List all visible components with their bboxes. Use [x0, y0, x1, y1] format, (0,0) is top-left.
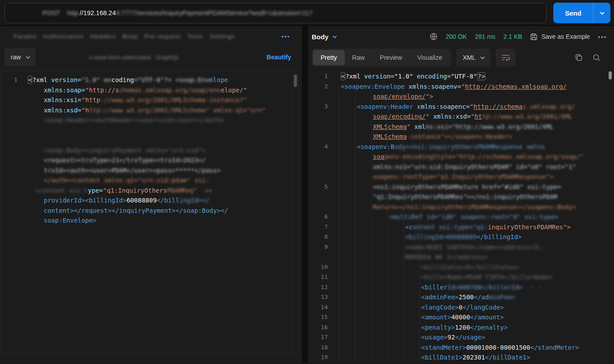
line-number [0, 195, 17, 206]
code-line[interactable]: trxId><auth><user>PDAM</user><pass>*****… [0, 165, 298, 176]
code-line: soapenc:rootType="q1:InquiryOthersPDAMRe… [312, 172, 614, 182]
editor-scrollbar[interactable] [294, 74, 297, 87]
code-line[interactable]: content></request></inquiryPayment></soa… [0, 206, 298, 216]
line-number: 12 [312, 282, 328, 293]
request-more-icon[interactable]: ••• [281, 33, 290, 40]
line-number: 16 [312, 323, 328, 333]
save-as-example-button[interactable]: Save as Example [530, 33, 590, 41]
line-number [312, 152, 328, 162]
code-line[interactable]: providerId><billingId>60088809</billingI… [0, 195, 298, 206]
send-button-group: Send [553, 3, 610, 23]
code-line: xmlns:ns1="urn:sid:InquiryOthersPDAM" id… [312, 162, 614, 172]
chevron-down-icon [480, 55, 485, 59]
code-line[interactable]: soap:Envelope> [0, 215, 298, 226]
chevron-down-icon [600, 10, 604, 15]
tab-raw[interactable]: Raw [345, 50, 372, 65]
code-line: 1<?xml version="1.0" encoding="UTF-8"?> [312, 71, 614, 82]
url-path-garbled: 4:7777/services/InquiryPaymentPDAMServic… [116, 9, 313, 17]
code-line: 15<amount>40000</amount> [312, 312, 614, 323]
panel-divider[interactable] [302, 26, 308, 363]
send-button[interactable]: Send [553, 3, 593, 23]
line-number: 19 [312, 352, 328, 363]
code-line: MERDEKA NO 1</address> [312, 252, 614, 262]
request-tabs-garbled[interactable]: Params Authorization Headers Body Pre-re… [13, 33, 235, 40]
line-number [0, 215, 17, 226]
code-line[interactable]: </auth><content xmlns:q1="urn:sid:pdam" … [0, 175, 298, 186]
body-type-row: raw x-www-form-urlencoded GraphQL Beauti… [0, 46, 302, 68]
line-number: 2 [312, 82, 328, 92]
line-number: 10 [312, 262, 328, 273]
code-line[interactable]: xmlns:soap="http://schemas.xmlsoap.org/s… [0, 85, 298, 95]
indent-guide [403, 89, 404, 363]
request-bar: POST http: //192.168.24 4:7777/services/… [0, 0, 614, 26]
line-number: 13 [312, 292, 328, 302]
code-line[interactable]: 1<?xml version="1.0" encoding="UTF-8"?> … [0, 75, 298, 85]
line-number [312, 192, 328, 202]
api-client-window: POST http: //192.168.24 4:7777/services/… [0, 0, 614, 364]
response-toolbar: PrettyRawPreviewVisualize XML [308, 47, 614, 68]
line-number [0, 175, 17, 186]
line-number: 5 [312, 182, 328, 192]
code-line: 13<adminFee>2500</adminFee> [312, 292, 614, 302]
code-line[interactable]: <soap:Body><inquiryPayment xmlns="urn:si… [0, 145, 298, 156]
tab-preview[interactable]: Preview [372, 50, 410, 65]
code-line[interactable] [0, 125, 298, 136]
line-number [0, 105, 17, 116]
line-number [312, 162, 328, 172]
line-number [0, 165, 17, 176]
body-type-value: raw [11, 54, 21, 61]
code-line: 6<multiRef id="id0" soapenc:root="0" xsi… [312, 212, 614, 222]
line-number [0, 155, 17, 165]
search-icon[interactable] [593, 54, 601, 62]
url-scheme-garbled: http: [67, 9, 79, 17]
code-line: 16<penalty>1200</penalty> [312, 323, 614, 333]
response-format-select[interactable]: XML [456, 49, 490, 66]
code-line: 11<billerName>PDAM TIRTA</billerName> [312, 272, 614, 282]
code-line: 8<billingId>60088809</billingId> [312, 232, 614, 242]
code-line: 14<langCode>0</langCode> [312, 302, 614, 313]
tab-pretty[interactable]: Pretty [313, 50, 345, 65]
code-line: "q1:InquiryOthersPDAMRes"></ns1:inquiryO… [312, 192, 614, 202]
response-body-label: Body [312, 33, 329, 41]
code-line[interactable]: <soap:Header><AuthHeader><user>sid</user… [0, 115, 298, 125]
wrap-lines-button[interactable] [496, 49, 515, 66]
code-line[interactable]: xmlns:xsd="http://www.w3.org/2001/XMLSch… [0, 105, 298, 116]
code-line[interactable] [0, 135, 298, 145]
save-icon [530, 33, 538, 41]
code-line: 12<billerId>600788</billerId> · · [312, 282, 614, 293]
indent-guide [371, 89, 372, 363]
code-line: XMLSchema-instance"></soapenv:Header> [312, 132, 614, 142]
response-body-select[interactable]: Body [312, 33, 336, 41]
copy-icon[interactable] [575, 54, 583, 62]
line-number [0, 115, 17, 125]
network-globe-icon [430, 33, 438, 41]
code-line: 5<ns1:inquiryOthersPDAMReturn href="#id0… [312, 182, 614, 192]
response-header: Body 200 OK 281 ms 2.1 KB [308, 26, 614, 47]
line-number: 18 [312, 343, 328, 353]
request-body-editor[interactable]: 1<?xml version="1.0" encoding="UTF-8"?> … [0, 70, 298, 354]
line-number [0, 206, 17, 216]
beautify-button[interactable]: Beautify [267, 54, 291, 61]
request-tabs-row: Params Authorization Headers Body Pre-re… [0, 26, 302, 46]
code-line: 9<name>BUDI SANTOSO</name><address>JL. [312, 242, 614, 252]
url-host: //192.168.24 [80, 9, 116, 17]
method-label-garbled: POST [42, 9, 67, 17]
request-panel: Params Authorization Headers Body Pre-re… [0, 26, 302, 363]
body-type-select[interactable]: raw [4, 48, 36, 66]
url-input[interactable]: POST http: //192.168.24 4:7777/services/… [4, 3, 547, 23]
code-line: soapenv:encodingStyle="http://schemas.xm… [312, 152, 614, 162]
code-line[interactable]: <request><trxType>21</trxType><trxId>202… [0, 155, 298, 165]
code-line: 10<billStatus>0</billStatus> [312, 262, 614, 273]
code-line: 19<billDate1>202301</billDate1> [312, 352, 614, 363]
code-line[interactable]: <content xsi:type="q1:InquiryOthersPDAMR… [0, 186, 298, 196]
line-number: 9 [312, 242, 328, 252]
send-options-button[interactable] [593, 3, 610, 23]
tab-visualize[interactable]: Visualize [409, 50, 450, 65]
response-scrollbar[interactable] [609, 71, 612, 79]
indent-guide [339, 89, 339, 363]
line-number [0, 125, 17, 136]
body-options-garbled[interactable]: x-www-form-urlencoded GraphQL [89, 54, 180, 61]
code-line[interactable]: xmlns:xsi="http://www.w3.org/2001/XMLSch… [0, 95, 298, 105]
response-more-icon[interactable]: ••• [598, 33, 607, 40]
code-line: 18<standMeter>00001000-00001500</standMe… [312, 343, 614, 353]
